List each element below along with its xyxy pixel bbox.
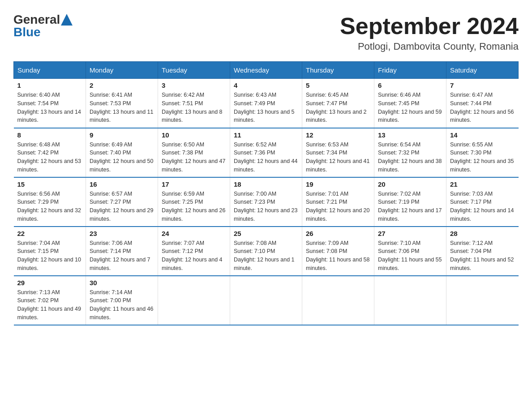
weekday-header-thursday: Thursday (302, 62, 374, 79)
logo-area: General Blue (13, 13, 73, 39)
day-info: Sunrise: 6:43 AMSunset: 7:49 PMDaylight:… (234, 91, 298, 124)
day-info: Sunrise: 7:00 AMSunset: 7:23 PMDaylight:… (234, 190, 298, 223)
week-row-3: 15Sunrise: 6:56 AMSunset: 7:29 PMDayligh… (14, 177, 519, 227)
day-cell-13: 13Sunrise: 6:54 AMSunset: 7:32 PMDayligh… (374, 128, 446, 177)
day-cell-10: 10Sunrise: 6:50 AMSunset: 7:38 PMDayligh… (158, 128, 230, 177)
day-number: 13 (378, 131, 442, 139)
day-number: 27 (378, 230, 442, 237)
day-cell-12: 12Sunrise: 6:53 AMSunset: 7:34 PMDayligh… (302, 128, 374, 177)
day-cell-5: 5Sunrise: 6:45 AMSunset: 7:47 PMDaylight… (302, 79, 374, 128)
day-number: 26 (306, 230, 370, 237)
day-info: Sunrise: 6:40 AMSunset: 7:54 PMDaylight:… (17, 91, 82, 124)
day-info: Sunrise: 7:14 AMSunset: 7:00 PMDaylight:… (90, 288, 154, 322)
day-info: Sunrise: 6:47 AMSunset: 7:44 PMDaylight:… (450, 91, 515, 124)
day-cell-27: 27Sunrise: 7:10 AMSunset: 7:06 PMDayligh… (374, 227, 446, 276)
week-row-4: 22Sunrise: 7:04 AMSunset: 7:15 PMDayligh… (14, 227, 519, 276)
weekday-header-tuesday: Tuesday (158, 62, 230, 79)
day-number: 12 (306, 131, 370, 139)
day-cell-29: 29Sunrise: 7:13 AMSunset: 7:02 PMDayligh… (14, 276, 86, 325)
day-info: Sunrise: 7:02 AMSunset: 7:19 PMDaylight:… (378, 190, 442, 223)
day-cell-25: 25Sunrise: 7:08 AMSunset: 7:10 PMDayligh… (230, 227, 302, 276)
day-info: Sunrise: 7:13 AMSunset: 7:02 PMDaylight:… (17, 288, 82, 322)
day-cell-20: 20Sunrise: 7:02 AMSunset: 7:19 PMDayligh… (374, 177, 446, 227)
day-cell-18: 18Sunrise: 7:00 AMSunset: 7:23 PMDayligh… (230, 177, 302, 227)
empty-cell (302, 276, 374, 325)
day-info: Sunrise: 7:04 AMSunset: 7:15 PMDaylight:… (17, 239, 82, 273)
day-cell-17: 17Sunrise: 6:59 AMSunset: 7:25 PMDayligh… (158, 177, 230, 227)
day-info: Sunrise: 7:08 AMSunset: 7:10 PMDaylight:… (234, 239, 298, 273)
logo: General (13, 13, 73, 26)
day-cell-1: 1Sunrise: 6:40 AMSunset: 7:54 PMDaylight… (14, 79, 86, 128)
day-number: 28 (450, 230, 515, 237)
weekday-header-saturday: Saturday (446, 62, 519, 79)
day-number: 25 (234, 230, 298, 237)
day-number: 22 (17, 230, 82, 237)
day-info: Sunrise: 6:50 AMSunset: 7:38 PMDaylight:… (162, 141, 226, 174)
day-number: 2 (90, 81, 154, 89)
day-cell-8: 8Sunrise: 6:48 AMSunset: 7:42 PMDaylight… (14, 128, 86, 177)
day-number: 30 (90, 279, 154, 287)
day-number: 29 (17, 279, 82, 287)
day-number: 6 (378, 81, 442, 89)
day-cell-15: 15Sunrise: 6:56 AMSunset: 7:29 PMDayligh… (14, 177, 86, 227)
day-info: Sunrise: 6:42 AMSunset: 7:51 PMDaylight:… (162, 91, 226, 124)
day-number: 15 (17, 180, 82, 188)
day-number: 17 (162, 180, 226, 188)
day-cell-22: 22Sunrise: 7:04 AMSunset: 7:15 PMDayligh… (14, 227, 86, 276)
calendar-table: SundayMondayTuesdayWednesdayThursdayFrid… (13, 61, 519, 325)
day-number: 11 (234, 131, 298, 139)
day-cell-7: 7Sunrise: 6:47 AMSunset: 7:44 PMDaylight… (446, 79, 519, 128)
week-row-2: 8Sunrise: 6:48 AMSunset: 7:42 PMDaylight… (14, 128, 519, 177)
logo-general-text: General (13, 13, 60, 26)
day-cell-3: 3Sunrise: 6:42 AMSunset: 7:51 PMDaylight… (158, 79, 230, 128)
day-number: 16 (90, 180, 154, 188)
day-info: Sunrise: 7:06 AMSunset: 7:14 PMDaylight:… (90, 239, 154, 273)
day-number: 14 (450, 131, 515, 139)
weekday-header-sunday: Sunday (14, 62, 86, 79)
day-info: Sunrise: 6:53 AMSunset: 7:34 PMDaylight:… (306, 141, 370, 174)
weekday-header-row: SundayMondayTuesdayWednesdayThursdayFrid… (14, 62, 519, 79)
weekday-header-friday: Friday (374, 62, 446, 79)
day-cell-21: 21Sunrise: 7:03 AMSunset: 7:17 PMDayligh… (446, 177, 519, 227)
day-info: Sunrise: 6:49 AMSunset: 7:40 PMDaylight:… (90, 141, 154, 174)
day-number: 20 (378, 180, 442, 188)
day-info: Sunrise: 6:55 AMSunset: 7:30 PMDaylight:… (450, 141, 515, 174)
day-info: Sunrise: 6:48 AMSunset: 7:42 PMDaylight:… (17, 141, 82, 174)
empty-cell (158, 276, 230, 325)
day-cell-9: 9Sunrise: 6:49 AMSunset: 7:40 PMDaylight… (86, 128, 158, 177)
day-number: 9 (90, 131, 154, 139)
day-cell-11: 11Sunrise: 6:52 AMSunset: 7:36 PMDayligh… (230, 128, 302, 177)
day-cell-23: 23Sunrise: 7:06 AMSunset: 7:14 PMDayligh… (86, 227, 158, 276)
triangle-svg (61, 14, 73, 26)
svg-marker-0 (61, 14, 73, 26)
day-number: 5 (306, 81, 370, 89)
day-info: Sunrise: 7:07 AMSunset: 7:12 PMDaylight:… (162, 239, 226, 273)
logo-blue-text: Blue (13, 25, 41, 39)
day-number: 8 (17, 131, 82, 139)
day-info: Sunrise: 6:45 AMSunset: 7:47 PMDaylight:… (306, 91, 370, 124)
weekday-header-monday: Monday (86, 62, 158, 79)
day-info: Sunrise: 6:59 AMSunset: 7:25 PMDaylight:… (162, 190, 226, 223)
day-number: 19 (306, 180, 370, 188)
day-number: 10 (162, 131, 226, 139)
day-cell-19: 19Sunrise: 7:01 AMSunset: 7:21 PMDayligh… (302, 177, 374, 227)
day-cell-6: 6Sunrise: 6:46 AMSunset: 7:45 PMDaylight… (374, 79, 446, 128)
day-number: 4 (234, 81, 298, 89)
week-row-5: 29Sunrise: 7:13 AMSunset: 7:02 PMDayligh… (14, 276, 519, 325)
day-cell-4: 4Sunrise: 6:43 AMSunset: 7:49 PMDaylight… (230, 79, 302, 128)
empty-cell (230, 276, 302, 325)
day-info: Sunrise: 7:01 AMSunset: 7:21 PMDaylight:… (306, 190, 370, 223)
empty-cell (374, 276, 446, 325)
logo-triangle-icon (61, 14, 73, 26)
day-info: Sunrise: 6:56 AMSunset: 7:29 PMDaylight:… (17, 190, 82, 223)
day-number: 7 (450, 81, 515, 89)
day-info: Sunrise: 6:57 AMSunset: 7:27 PMDaylight:… (90, 190, 154, 223)
day-cell-14: 14Sunrise: 6:55 AMSunset: 7:30 PMDayligh… (446, 128, 519, 177)
day-number: 24 (162, 230, 226, 237)
day-info: Sunrise: 6:41 AMSunset: 7:53 PMDaylight:… (90, 91, 154, 124)
title-area: September 2024 Potlogi, Dambovita County… (340, 13, 519, 52)
header: General Blue September 2024 Potlogi, Dam… (13, 13, 519, 52)
calendar-title: September 2024 (340, 13, 519, 39)
day-info: Sunrise: 6:52 AMSunset: 7:36 PMDaylight:… (234, 141, 298, 174)
day-info: Sunrise: 6:46 AMSunset: 7:45 PMDaylight:… (378, 91, 442, 124)
